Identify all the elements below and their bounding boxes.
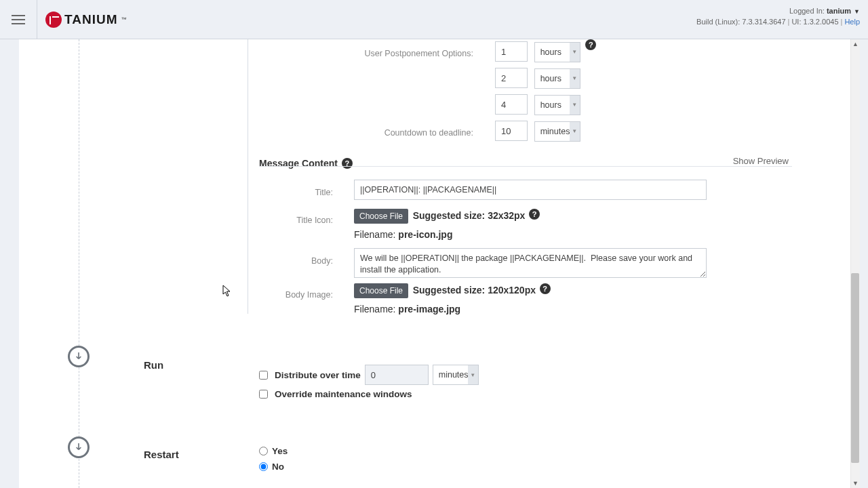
brand-name: TANIUM: [64, 12, 117, 27]
app-header: TANIUM™ Logged In: tanium ▼ Build (Linux…: [0, 0, 868, 39]
override-checkbox[interactable]: [259, 390, 268, 399]
help-icon[interactable]: ?: [529, 209, 540, 220]
body-image-choose-file[interactable]: Choose File: [354, 283, 408, 298]
restart-no-radio[interactable]: [259, 462, 268, 471]
hamburger-menu-button[interactable]: [0, 0, 37, 39]
chevron-down-icon: ▼: [570, 96, 580, 115]
arrow-down-circle-icon: [73, 351, 84, 362]
build-info: Build (Linux): 7.3.314.3647|UI: 1.3.2.00…: [696, 18, 860, 26]
main-panel: User Postponement Options: hours▼ ? hour…: [19, 39, 860, 488]
title-icon-label: Title Icon:: [296, 216, 333, 225]
chevron-down-icon: ▼: [570, 43, 580, 62]
restart-step-label: Restart: [144, 449, 179, 460]
header-right: Logged In: tanium ▼ Build (Linux): 7.3.3…: [696, 7, 860, 26]
override-row: Override maintenance windows: [259, 389, 412, 399]
body-image-label: Body Image:: [285, 290, 333, 300]
distribute-unit[interactable]: minutes▼: [433, 365, 479, 385]
postpone-unit-1[interactable]: hours▼: [534, 42, 580, 62]
distribute-value[interactable]: [365, 365, 429, 385]
override-label: Override maintenance windows: [275, 389, 412, 399]
postpone-row-2: hours▼: [495, 68, 580, 89]
run-step-icon: [68, 346, 90, 367]
brand-logo[interactable]: TANIUM™: [45, 12, 126, 28]
title-icon-row: Choose File Suggested size: 32x32px ? Fi…: [354, 209, 540, 240]
body-textarea[interactable]: [354, 248, 707, 278]
logged-in-line: Logged In: tanium ▼: [696, 7, 860, 15]
postpone-row-1: hours▼ ?: [495, 41, 596, 62]
scroll-up-arrow-icon[interactable]: ▲: [852, 41, 859, 47]
body-image-row: Choose File Suggested size: 120x120px ? …: [354, 283, 551, 314]
cursor-icon: [222, 285, 232, 299]
brand-icon: [45, 12, 62, 28]
postponement-label: User Postponement Options:: [365, 49, 474, 58]
title-row: [354, 180, 707, 200]
postpone-unit-3[interactable]: hours▼: [534, 95, 580, 115]
scrollbar-thumb[interactable]: [851, 273, 859, 463]
chevron-down-icon: ▼: [570, 122, 580, 141]
distribute-checkbox[interactable]: [259, 371, 268, 380]
distribute-label: Distribute over time: [275, 370, 361, 380]
postpone-row-3: hours▼: [495, 94, 580, 115]
section-divider: [259, 166, 792, 167]
title-input[interactable]: [354, 180, 707, 200]
run-step-label: Run: [144, 359, 163, 371]
restart-step-icon: [68, 436, 90, 458]
countdown-label: Countdown to deadline:: [384, 128, 473, 138]
title-label: Title:: [315, 188, 333, 197]
postpone-value-2[interactable]: [495, 68, 528, 88]
show-preview-link[interactable]: Show Preview: [733, 156, 789, 166]
countdown-unit[interactable]: minutes▼: [534, 121, 580, 142]
body-image-hint: Suggested size: 120x120px: [413, 285, 536, 296]
countdown-value[interactable]: [495, 121, 528, 141]
caret-down-icon: ▼: [854, 8, 860, 15]
body-image-filename: Filename: pre-image.jpg: [354, 304, 551, 314]
title-icon-hint: Suggested size: 32x32px: [413, 210, 526, 221]
hamburger-icon: [12, 15, 25, 24]
help-icon[interactable]: ?: [585, 39, 596, 50]
distribute-row: Distribute over time minutes▼: [259, 365, 479, 385]
restart-yes-radio[interactable]: [259, 447, 268, 455]
message-section-heading: Message Content ?: [259, 158, 353, 169]
help-icon[interactable]: ?: [342, 158, 353, 169]
chevron-down-icon: ▼: [570, 69, 580, 88]
title-icon-choose-file[interactable]: Choose File: [354, 209, 408, 224]
postpone-value-3[interactable]: [495, 94, 528, 115]
postpone-unit-2[interactable]: hours▼: [534, 68, 580, 89]
scroll-down-arrow-icon[interactable]: ▼: [852, 480, 859, 487]
restart-options: Yes No: [259, 446, 288, 477]
postpone-value-1[interactable]: [495, 41, 528, 62]
body-label: Body:: [311, 256, 333, 266]
help-link[interactable]: Help: [844, 18, 860, 26]
timeline-line: [79, 39, 79, 488]
user-menu[interactable]: tanium ▼: [827, 7, 860, 15]
title-icon-filename: Filename: pre-icon.jpg: [354, 229, 540, 240]
arrow-down-circle-icon: [73, 442, 84, 453]
countdown-row: minutes▼: [495, 121, 580, 142]
body-row: [354, 248, 707, 280]
form-divider: [248, 39, 248, 314]
chevron-down-icon: ▼: [468, 365, 478, 384]
help-icon[interactable]: ?: [540, 283, 551, 294]
